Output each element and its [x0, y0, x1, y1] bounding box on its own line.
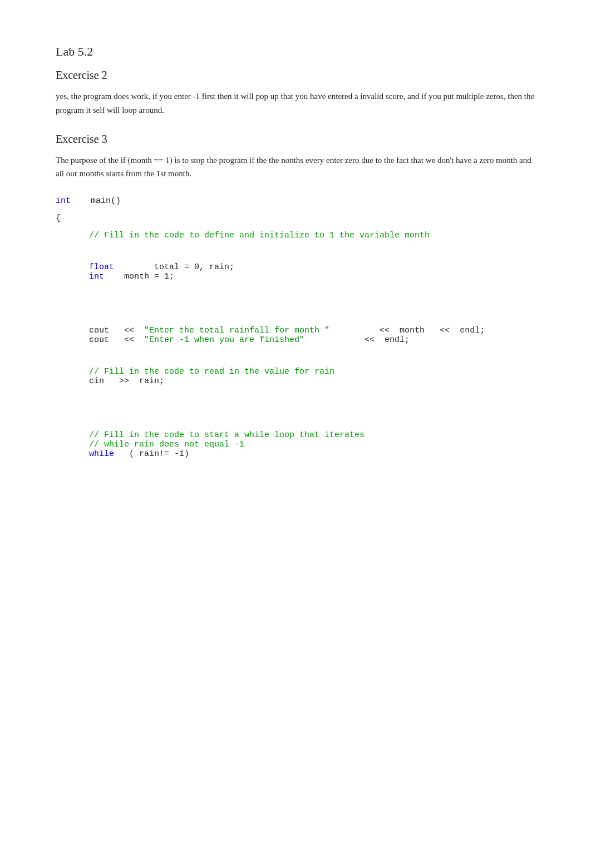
cout1-op: <<	[109, 326, 144, 335]
code-cout1-line: cout << "Enter the total rainfall for mo…	[56, 326, 535, 335]
code-brace-open: {	[56, 214, 535, 223]
code-gap-8	[56, 408, 535, 430]
code-gap-2	[56, 223, 535, 231]
code-gap-4	[56, 281, 535, 304]
exercise3-section: Excercise 3 The purpose of the if (month…	[56, 133, 535, 181]
code-cout2-line: cout << "Enter -1 when you are finished"…	[56, 335, 535, 345]
lab-title: Lab 5.2	[56, 44, 535, 59]
exercise3-paragraph: The purpose of the if (month == 1) is to…	[56, 153, 535, 181]
code-while-line: while ( rain!= -1)	[56, 449, 535, 459]
month-assign-text: month = 1;	[104, 272, 174, 281]
code-comment2: // Fill in the code to read in the value…	[56, 367, 535, 376]
brace-open-char: {	[56, 214, 61, 223]
exercise3-heading: Excercise 3	[56, 133, 535, 146]
while-cond-text: ( rain!= -1)	[114, 449, 189, 459]
comment1-text: // Fill in the code to define and initia…	[89, 231, 430, 240]
code-block: int main() { // Fill in the code to defi…	[56, 196, 535, 459]
code-gap-3	[56, 240, 535, 262]
code-comment1: // Fill in the code to define and initia…	[56, 231, 535, 240]
keyword-while: while	[89, 449, 114, 459]
cout2-string: "Enter -1 when you are finished"	[144, 335, 304, 345]
cout2-op: <<	[109, 335, 144, 345]
code-float-line: float total = 0, rain;	[56, 262, 535, 272]
cout1-string: "Enter the total rainfall for month "	[144, 326, 329, 335]
code-main-text: main()	[71, 196, 121, 206]
code-gap-5	[56, 304, 535, 326]
code-gap-6	[56, 345, 535, 367]
comment4-text: // while rain does not equal -1	[89, 440, 244, 449]
exercise2-section: Excercise 2 yes, the program does work, …	[56, 69, 535, 117]
cout2-keyword: cout	[89, 335, 109, 345]
cout1-keyword: cout	[89, 326, 109, 335]
cout1-end: << month << endl;	[329, 326, 485, 335]
comment2-text: // Fill in the code to read in the value…	[89, 367, 334, 376]
code-comment3: // Fill in the code to start a while loo…	[56, 430, 535, 440]
exercise2-paragraph: yes, the program does work, if you enter…	[56, 90, 535, 117]
float-total-text: total = 0, rain;	[114, 262, 234, 272]
code-comment4: // while rain does not equal -1	[56, 440, 535, 449]
exercise2-heading: Excercise 2	[56, 69, 535, 82]
comment3-text: // Fill in the code to start a while loo…	[89, 430, 365, 440]
keyword-int-month: int	[89, 272, 104, 281]
code-int-month-line: int month = 1;	[56, 272, 535, 281]
keyword-float: float	[89, 262, 114, 272]
keyword-int: int	[56, 196, 71, 206]
cout2-end: << endl;	[304, 335, 410, 345]
code-gap-7	[56, 386, 535, 408]
code-cin-line: cin >> rain;	[56, 376, 535, 386]
code-int-main: int main()	[56, 196, 535, 206]
cin-text: cin >> rain;	[89, 376, 164, 386]
code-gap-1	[56, 206, 535, 214]
